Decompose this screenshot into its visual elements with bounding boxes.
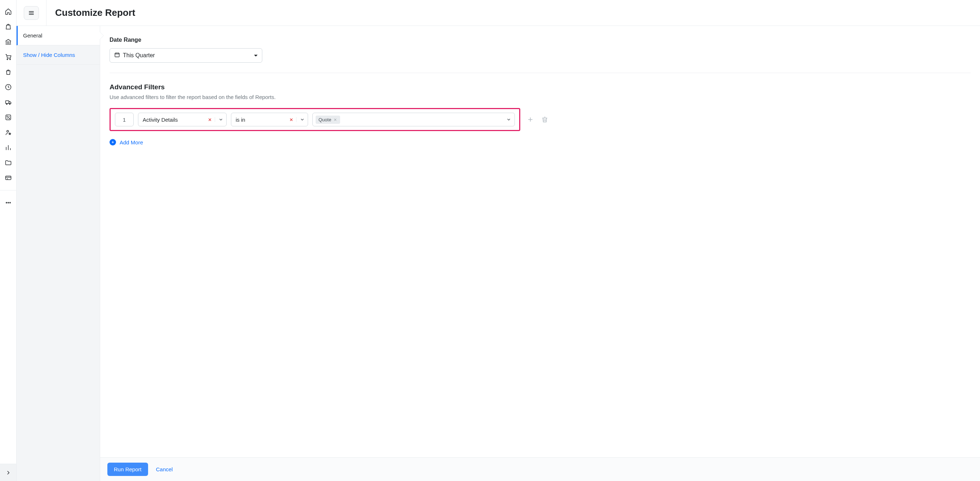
bag-icon[interactable]: [3, 22, 13, 32]
filter-value-chip: Quote: [316, 116, 340, 124]
more-horizontal-icon[interactable]: [3, 198, 13, 208]
svg-point-4: [6, 104, 7, 105]
home-icon[interactable]: [3, 6, 13, 17]
operator-dropdown-toggle[interactable]: [296, 117, 308, 122]
date-range-label: Date Range: [110, 37, 970, 43]
chip-label: Quote: [318, 117, 331, 122]
filter-value-select[interactable]: Quote: [312, 113, 515, 126]
cart-icon[interactable]: [3, 52, 13, 62]
svg-rect-14: [115, 53, 119, 57]
add-more-label: Add More: [119, 139, 143, 146]
shopping-bag-icon[interactable]: [3, 67, 13, 77]
run-report-button[interactable]: Run Report: [107, 463, 148, 476]
sidebar: General Show / Hide Columns: [17, 26, 100, 481]
filter-operator-value: is in: [231, 117, 286, 123]
calendar-icon: [114, 52, 120, 59]
bar-chart-icon[interactable]: [3, 143, 13, 152]
sidebar-item-label: General: [23, 32, 42, 38]
cancel-button[interactable]: Cancel: [156, 466, 173, 472]
expand-rail-button[interactable]: [0, 464, 16, 481]
svg-point-12: [8, 202, 9, 203]
remove-chip-button[interactable]: [333, 118, 337, 122]
sidebar-item-columns[interactable]: Show / Hide Columns: [17, 45, 100, 65]
body: General Show / Hide Columns Date Range T…: [17, 26, 980, 481]
clock-icon[interactable]: [3, 82, 13, 92]
app: Customize Report General Show / Hide Col…: [17, 0, 980, 481]
filter-row: 1 Activity Details is in: [110, 108, 520, 131]
section-divider: [110, 73, 970, 73]
advanced-filters-description: Use advanced filters to filter the repor…: [110, 94, 970, 100]
svg-point-0: [7, 59, 8, 60]
footer: Run Report Cancel: [100, 457, 980, 481]
clear-operator-button[interactable]: [286, 117, 296, 122]
filter-row-wrap: 1 Activity Details is in: [110, 108, 970, 131]
caret-down-icon: [254, 55, 258, 57]
field-dropdown-toggle[interactable]: [215, 117, 226, 122]
svg-point-1: [10, 59, 10, 60]
add-more-button[interactable]: Add More: [110, 139, 143, 146]
svg-point-11: [6, 202, 7, 203]
delete-filter-row-button[interactable]: [541, 116, 548, 123]
filter-field-value: Activity Details: [138, 117, 205, 123]
rail-divider: [0, 190, 16, 190]
svg-point-9: [6, 130, 8, 132]
folder-icon[interactable]: [3, 158, 13, 168]
svg-point-8: [9, 118, 10, 119]
header: Customize Report: [17, 0, 980, 26]
filter-row-actions: [527, 116, 548, 123]
clear-field-button[interactable]: [205, 117, 215, 122]
user-star-icon[interactable]: [3, 127, 13, 138]
percent-icon[interactable]: [3, 112, 13, 122]
sidebar-item-general[interactable]: General: [17, 26, 100, 45]
content-scroll: Date Range This Quarter Advanced Filters…: [100, 26, 980, 457]
advanced-filters-title: Advanced Filters: [110, 83, 970, 91]
menu-button[interactable]: [24, 6, 39, 20]
svg-rect-3: [5, 101, 9, 104]
svg-point-7: [7, 116, 8, 117]
svg-rect-10: [5, 176, 11, 179]
svg-point-13: [10, 202, 10, 203]
sidebar-item-label: Show / Hide Columns: [23, 52, 75, 58]
nav-rail: [0, 0, 17, 481]
plus-circle-icon: [110, 139, 116, 146]
date-range-value: This Quarter: [123, 52, 155, 59]
credit-card-icon[interactable]: [3, 173, 13, 183]
filter-value-chips: Quote: [313, 116, 503, 124]
add-filter-row-button[interactable]: [527, 116, 534, 123]
header-divider: [46, 0, 46, 26]
bank-icon[interactable]: [3, 37, 13, 47]
content: Date Range This Quarter Advanced Filters…: [100, 26, 980, 481]
filter-field-select[interactable]: Activity Details: [138, 113, 227, 126]
truck-icon[interactable]: [3, 97, 13, 107]
value-dropdown-toggle[interactable]: [503, 117, 514, 122]
svg-point-5: [9, 104, 10, 105]
date-range-select[interactable]: This Quarter: [110, 48, 262, 63]
filter-operator-select[interactable]: is in: [231, 113, 308, 126]
page-title: Customize Report: [55, 7, 135, 18]
filter-index: 1: [115, 113, 134, 126]
